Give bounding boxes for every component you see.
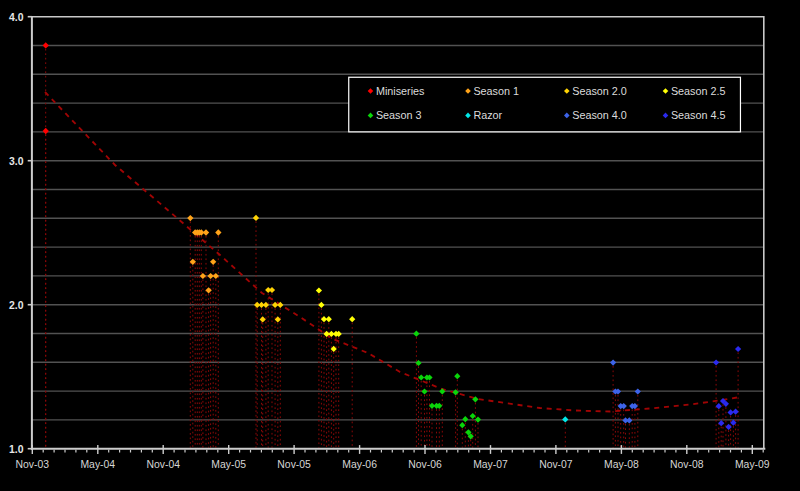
svg-text:May-04: May-04 (80, 459, 115, 470)
svg-text:May-07: May-07 (473, 459, 508, 470)
svg-text:Nov-03: Nov-03 (16, 459, 50, 470)
svg-text:May-05: May-05 (211, 459, 246, 470)
svg-text:Nov-08: Nov-08 (670, 459, 704, 470)
svg-text:Razor: Razor (473, 109, 502, 121)
svg-text:Season 3: Season 3 (376, 109, 422, 121)
svg-text:Season 4.5: Season 4.5 (671, 109, 726, 121)
svg-text:2.0: 2.0 (9, 300, 24, 311)
svg-text:Season 4.0: Season 4.0 (572, 109, 627, 121)
svg-text:Season 2.5: Season 2.5 (671, 85, 726, 97)
svg-text:Miniseries: Miniseries (376, 85, 425, 97)
svg-text:4.0: 4.0 (9, 12, 24, 23)
svg-text:Season 1: Season 1 (473, 85, 519, 97)
svg-text:Nov-04: Nov-04 (146, 459, 180, 470)
svg-text:Nov-06: Nov-06 (408, 459, 442, 470)
svg-text:Season 2.0: Season 2.0 (572, 85, 627, 97)
svg-text:May-06: May-06 (342, 459, 377, 470)
svg-text:Nov-05: Nov-05 (277, 459, 311, 470)
svg-text:3.0: 3.0 (9, 156, 24, 167)
svg-text:May-08: May-08 (604, 459, 639, 470)
svg-text:May-09: May-09 (735, 459, 770, 470)
svg-text:1.0: 1.0 (9, 444, 24, 455)
svg-text:Nov-07: Nov-07 (539, 459, 573, 470)
